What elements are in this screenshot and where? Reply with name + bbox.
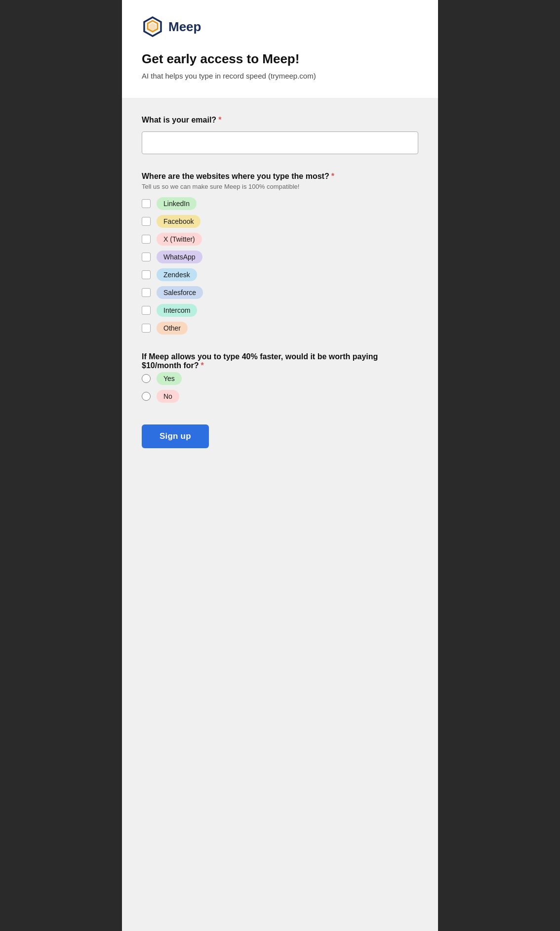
email-section: What is your email?*	[142, 116, 418, 154]
chip-salesforce: Salesforce	[157, 286, 203, 299]
websites-question-label: Where are the websites where you type th…	[142, 172, 418, 181]
checkbox-item-zendesk[interactable]: Zendesk	[142, 268, 418, 281]
pricing-section: If Meep allows you to type 40% faster, w…	[142, 352, 418, 403]
chip-linkedin: LinkedIn	[157, 197, 197, 210]
radio-item-no[interactable]: No	[142, 390, 418, 403]
pricing-radio-list: YesNo	[142, 372, 418, 403]
logo-area: Meep	[142, 16, 418, 38]
signup-section: Sign up	[142, 424, 418, 448]
logo-text: Meep	[168, 19, 201, 35]
chip-facebook: Facebook	[157, 215, 200, 228]
chip-no: No	[157, 390, 179, 403]
page-wrapper: Meep Get early access to Meep! AI that h…	[122, 0, 438, 931]
radio-yes[interactable]	[142, 374, 151, 383]
chip-twitter: X (Twitter)	[157, 233, 202, 246]
header-card: Meep Get early access to Meep! AI that h…	[122, 0, 438, 98]
checkbox-zendesk[interactable]	[142, 270, 151, 279]
checkbox-item-whatsapp[interactable]: WhatsApp	[142, 251, 418, 263]
signup-button[interactable]: Sign up	[142, 424, 209, 448]
email-question-label: What is your email?*	[142, 116, 418, 125]
header-title: Get early access to Meep!	[142, 51, 418, 67]
email-required-star: *	[218, 116, 221, 124]
websites-checkbox-list: LinkedInFacebookX (Twitter)WhatsAppZende…	[142, 197, 418, 335]
checkbox-item-other[interactable]: Other	[142, 322, 418, 335]
checkbox-twitter[interactable]	[142, 235, 151, 244]
pricing-required-star: *	[201, 361, 204, 370]
checkbox-intercom[interactable]	[142, 306, 151, 315]
checkbox-item-salesforce[interactable]: Salesforce	[142, 286, 418, 299]
websites-section: Where are the websites where you type th…	[142, 172, 418, 335]
chip-yes: Yes	[157, 372, 182, 385]
checkbox-salesforce[interactable]	[142, 288, 151, 297]
checkbox-linkedin[interactable]	[142, 199, 151, 208]
header-subtitle: AI that helps you type in record speed (…	[142, 72, 418, 80]
websites-required-star: *	[331, 172, 334, 180]
checkbox-item-facebook[interactable]: Facebook	[142, 215, 418, 228]
meep-logo-icon	[142, 16, 163, 38]
checkbox-item-linkedin[interactable]: LinkedIn	[142, 197, 418, 210]
chip-intercom: Intercom	[157, 304, 197, 317]
radio-item-yes[interactable]: Yes	[142, 372, 418, 385]
email-input[interactable]	[142, 131, 418, 154]
checkbox-other[interactable]	[142, 324, 151, 333]
checkbox-item-twitter[interactable]: X (Twitter)	[142, 233, 418, 246]
checkbox-item-intercom[interactable]: Intercom	[142, 304, 418, 317]
pricing-question-label: If Meep allows you to type 40% faster, w…	[142, 352, 418, 370]
radio-no[interactable]	[142, 392, 151, 401]
websites-hint: Tell us so we can make sure Meep is 100%…	[142, 183, 418, 190]
form-area: What is your email?* Where are the websi…	[122, 116, 438, 468]
checkbox-whatsapp[interactable]	[142, 253, 151, 261]
chip-other: Other	[157, 322, 188, 335]
chip-whatsapp: WhatsApp	[157, 251, 202, 263]
chip-zendesk: Zendesk	[157, 268, 197, 281]
checkbox-facebook[interactable]	[142, 217, 151, 226]
